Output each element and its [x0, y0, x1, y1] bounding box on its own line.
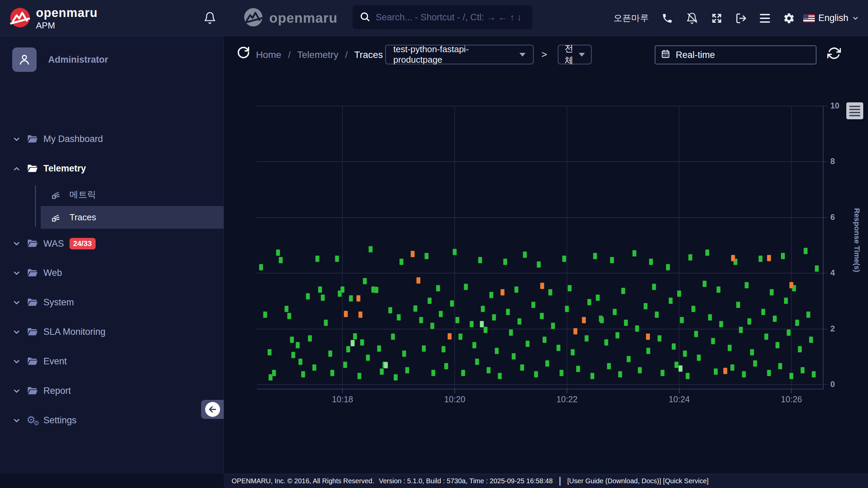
- scatter-point[interactable]: [296, 342, 300, 348]
- scatter-point[interactable]: [730, 364, 734, 371]
- scatter-point[interactable]: [646, 348, 650, 354]
- scatter-point-warning[interactable]: [356, 295, 360, 302]
- scatter-point[interactable]: [607, 363, 611, 369]
- scatter-point[interactable]: [576, 366, 580, 372]
- scatter-point[interactable]: [745, 282, 749, 288]
- scatter-point[interactable]: [652, 284, 656, 290]
- breadcrumb-telemetry[interactable]: Telemetry: [297, 49, 338, 60]
- sidebar-item-telemetry[interactable]: Telemetry: [0, 154, 224, 183]
- bell-icon[interactable]: [203, 12, 216, 24]
- refresh-icon[interactable]: [237, 46, 250, 59]
- application-select[interactable]: test-python-fastapi-productpage: [385, 45, 534, 64]
- scatter-point[interactable]: [750, 349, 754, 355]
- scatter-point[interactable]: [523, 251, 527, 258]
- scatter-point[interactable]: [773, 316, 777, 322]
- scatter-point[interactable]: [585, 335, 589, 342]
- scatter-point[interactable]: [343, 362, 347, 368]
- scatter-point[interactable]: [509, 329, 513, 336]
- scatter-point[interactable]: [714, 368, 718, 375]
- scatter-point[interactable]: [478, 257, 482, 263]
- chart-context-menu-button[interactable]: [846, 102, 863, 119]
- sidebar-item-report[interactable]: Report: [0, 376, 224, 406]
- scatter-point[interactable]: [559, 370, 564, 376]
- scatter-point[interactable]: [441, 346, 446, 352]
- scatter-point[interactable]: [330, 370, 334, 376]
- scatter-point[interactable]: [514, 286, 518, 293]
- scatter-point[interactable]: [287, 313, 291, 319]
- scatter-point[interactable]: [705, 249, 709, 256]
- scatter-point[interactable]: [363, 278, 367, 284]
- scatter-point[interactable]: [686, 373, 690, 379]
- scatter-point[interactable]: [632, 250, 636, 257]
- scatter-point[interactable]: [450, 300, 454, 307]
- scatter-point[interactable]: [804, 248, 808, 254]
- sidebar-item-system[interactable]: System: [0, 288, 224, 317]
- scatter-point[interactable]: [312, 364, 316, 371]
- scatter-point[interactable]: [666, 264, 670, 270]
- scatter-point[interactable]: [781, 253, 785, 259]
- scatter-point[interactable]: [649, 259, 653, 265]
- scatter-point[interactable]: [562, 256, 566, 262]
- scatter-point[interactable]: [321, 294, 325, 301]
- scatter-point[interactable]: [556, 345, 560, 351]
- scatter-point[interactable]: [728, 345, 732, 351]
- scatter-point[interactable]: [349, 295, 353, 302]
- sidebar-item-sla-monitoring[interactable]: SLA Monitoring: [0, 317, 224, 347]
- scatter-point-warning[interactable]: [411, 251, 415, 257]
- gear-icon[interactable]: [783, 12, 795, 24]
- scatter-point-warning[interactable]: [540, 283, 544, 289]
- scatter-point[interactable]: [346, 346, 350, 352]
- scatter-point[interactable]: [419, 317, 423, 323]
- language-selector[interactable]: English: [803, 13, 859, 23]
- sidebar-item-settings[interactable]: ⚙⚙Settings: [0, 406, 224, 435]
- menu-icon[interactable]: [760, 14, 770, 23]
- scatter-point[interactable]: [512, 353, 516, 360]
- sidebar-subitem-traces[interactable]: Traces: [41, 206, 224, 229]
- scatter-point[interactable]: [290, 337, 294, 343]
- scatter-point[interactable]: [263, 311, 267, 318]
- scatter-point[interactable]: [413, 305, 417, 312]
- scatter-point-highlight[interactable]: [678, 365, 683, 372]
- sign-out-icon[interactable]: [735, 13, 747, 24]
- scatter-point[interactable]: [540, 313, 544, 319]
- scatter-point[interactable]: [697, 354, 701, 361]
- scatter-point[interactable]: [680, 317, 684, 323]
- scatter-point[interactable]: [520, 364, 524, 371]
- breadcrumb-home[interactable]: Home: [256, 49, 281, 60]
- scatter-point[interactable]: [464, 284, 468, 290]
- scatter-point[interactable]: [795, 320, 799, 326]
- scatter-point[interactable]: [571, 349, 575, 355]
- scatter-point[interactable]: [455, 317, 459, 323]
- scatter-point[interactable]: [683, 350, 687, 357]
- scatter-point[interactable]: [405, 367, 409, 373]
- scatter-point[interactable]: [470, 321, 474, 327]
- scatter-point[interactable]: [301, 371, 305, 378]
- scatter-point[interactable]: [742, 371, 746, 378]
- scatter-point[interactable]: [711, 338, 715, 344]
- scatter-point[interactable]: [366, 354, 370, 361]
- scatter-point[interactable]: [587, 299, 591, 305]
- scatter-point[interactable]: [439, 311, 443, 317]
- scatter-point[interactable]: [360, 339, 364, 346]
- scatter-point-warning[interactable]: [767, 255, 771, 261]
- sidebar-item-event[interactable]: Event: [0, 347, 224, 376]
- scatter-point[interactable]: [506, 309, 510, 315]
- scatter-point[interactable]: [531, 302, 535, 308]
- scatter-point[interactable]: [430, 323, 434, 329]
- scatter-point[interactable]: [353, 333, 357, 340]
- scatter-point[interactable]: [542, 337, 547, 343]
- scatter-point[interactable]: [397, 314, 401, 321]
- scatter-point[interactable]: [551, 323, 555, 329]
- scatter-point[interactable]: [498, 373, 502, 379]
- scatter-point[interactable]: [806, 311, 810, 318]
- scatter-point[interactable]: [770, 289, 774, 296]
- scatter-point[interactable]: [377, 345, 381, 352]
- scatter-point[interactable]: [517, 318, 521, 325]
- scatter-point[interactable]: [315, 256, 319, 262]
- scatter-point[interactable]: [618, 371, 622, 378]
- scatter-point[interactable]: [761, 309, 765, 315]
- scatter-point[interactable]: [657, 335, 662, 342]
- scatter-point[interactable]: [688, 254, 692, 261]
- phone-icon[interactable]: [662, 13, 673, 24]
- scatter-point[interactable]: [431, 370, 435, 376]
